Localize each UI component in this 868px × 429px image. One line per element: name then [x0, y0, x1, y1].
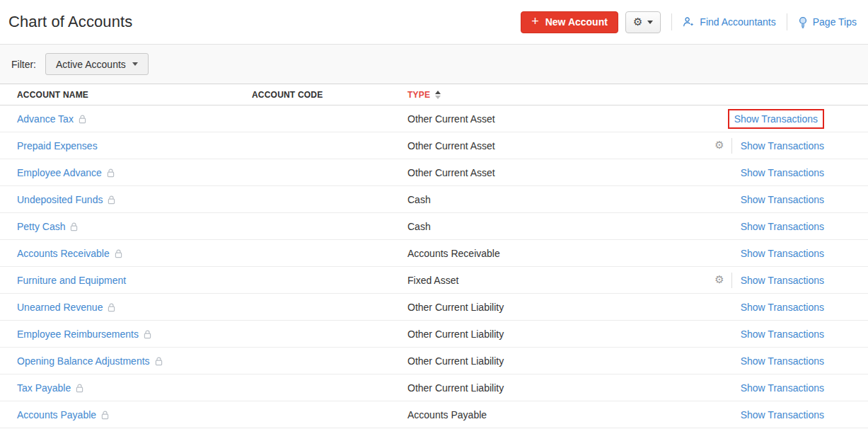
page-tips-label: Page Tips	[813, 16, 857, 28]
find-accountants-link[interactable]: Find Accountants	[683, 16, 775, 28]
row-gear-icon[interactable]: ⚙	[714, 140, 724, 151]
row-actions: Show Transactions	[649, 167, 868, 178]
column-header-account-code[interactable]: ACCOUNT CODE	[252, 90, 407, 100]
row-actions: Show Transactions	[649, 248, 868, 259]
account-name-cell: Furniture and Equipment	[17, 275, 252, 286]
table-row: Tax Payable Other Current Liability Show…	[0, 374, 868, 401]
account-name-cell: Prepaid Expenses	[17, 140, 252, 151]
account-name-link[interactable]: Employee Reimbursements	[17, 328, 139, 340]
account-type: Accounts Payable	[407, 409, 649, 421]
gear-icon: ⚙	[633, 17, 642, 28]
plus-icon: +	[531, 15, 539, 28]
account-name-link[interactable]: Opening Balance Adjustments	[17, 355, 150, 367]
show-transactions-link[interactable]: Show Transactions	[741, 382, 824, 394]
account-type: Other Current Liability	[407, 382, 649, 394]
page-title: Chart of Accounts	[8, 13, 132, 31]
account-name-cell: Unearned Revenue	[17, 302, 252, 313]
account-name-link[interactable]: Undeposited Funds	[17, 194, 103, 205]
account-name-link[interactable]: Furniture and Equipment	[17, 275, 126, 286]
sort-ascending-icon	[435, 91, 441, 99]
row-actions: Show Transactions	[649, 328, 868, 340]
filter-value: Active Accounts	[56, 59, 126, 70]
chevron-down-icon	[132, 62, 138, 66]
account-name-cell: Opening Balance Adjustments	[17, 355, 252, 367]
account-name-link[interactable]: Tax Payable	[17, 382, 71, 394]
table-row: Accounts Payable Accounts Payable Show T…	[0, 401, 868, 428]
person-star-icon	[683, 16, 695, 28]
account-name-cell: Tax Payable	[17, 382, 252, 394]
show-transactions-link[interactable]: Show Transactions	[741, 140, 824, 151]
new-account-button[interactable]: + New Account	[521, 11, 618, 33]
show-transactions-link[interactable]: Show Transactions	[741, 221, 824, 232]
account-name-link[interactable]: Petty Cash	[17, 221, 65, 232]
settings-dropdown-button[interactable]: ⚙	[625, 11, 661, 33]
row-actions: Show Transactions	[649, 221, 868, 232]
table-row: Unearned Revenue Other Current Liability…	[0, 294, 868, 321]
table-row: Advance Tax Other Current Asset Show Tra…	[0, 105, 868, 132]
show-transactions-link[interactable]: Show Transactions	[741, 409, 824, 421]
row-actions: Show Transactions	[649, 382, 868, 394]
show-transactions-link[interactable]: Show Transactions	[741, 355, 824, 367]
account-type: Other Current Liability	[407, 355, 649, 367]
account-type: Other Current Liability	[407, 328, 649, 340]
new-account-label: New Account	[545, 16, 608, 28]
row-actions: Show Transactions	[649, 194, 868, 205]
lock-icon	[115, 249, 122, 258]
filter-bar: Filter: Active Accounts	[0, 44, 868, 84]
table-row: Furniture and Equipment Fixed Asset ⚙ Sh…	[0, 267, 868, 294]
show-transactions-link[interactable]: Show Transactions	[741, 194, 824, 205]
account-name-cell: Accounts Payable	[17, 409, 252, 421]
account-name-link[interactable]: Accounts Receivable	[17, 248, 110, 259]
filter-label: Filter:	[11, 59, 36, 70]
table-row: Undeposited Funds Cash Show Transactions	[0, 186, 868, 213]
account-type: Accounts Receivable	[407, 248, 649, 259]
row-gear-icon[interactable]: ⚙	[714, 275, 724, 285]
show-transactions-link[interactable]: Show Transactions	[741, 248, 824, 259]
table-row: Employee Advance Other Current Asset Sho…	[0, 159, 868, 186]
account-type: Other Current Liability	[407, 302, 649, 313]
show-transactions-link[interactable]: Show Transactions	[741, 302, 824, 313]
account-name-cell: Employee Advance	[17, 167, 252, 178]
divider	[731, 138, 732, 154]
account-name-link[interactable]: Accounts Payable	[17, 409, 96, 421]
account-type: Other Current Asset	[407, 167, 649, 178]
lock-icon	[144, 330, 151, 339]
lock-icon	[76, 384, 83, 393]
account-name-cell: Petty Cash	[17, 221, 252, 232]
account-type: Cash	[407, 221, 649, 232]
show-transactions-link[interactable]: Show Transactions	[741, 275, 824, 286]
account-name-link[interactable]: Employee Advance	[17, 167, 102, 178]
row-actions: Show Transactions	[649, 409, 868, 421]
lock-icon	[107, 168, 115, 178]
show-transactions-link[interactable]: Show Transactions	[728, 109, 824, 129]
show-transactions-link[interactable]: Show Transactions	[741, 167, 824, 178]
toolbar: + New Account ⚙ Find Accountants	[521, 11, 857, 33]
row-actions: Show Transactions	[649, 109, 868, 129]
account-name-cell: Advance Tax	[17, 113, 252, 125]
account-name-cell: Undeposited Funds	[17, 194, 252, 205]
account-name-cell: Accounts Receivable	[17, 248, 252, 259]
account-name-link[interactable]: Advance Tax	[17, 113, 74, 125]
column-header-account-name[interactable]: ACCOUNT NAME	[17, 90, 252, 100]
table-header: ACCOUNT NAME ACCOUNT CODE TYPE	[0, 84, 868, 105]
account-type: Fixed Asset	[407, 275, 649, 286]
chevron-down-icon	[647, 21, 653, 24]
top-bar: Chart of Accounts + New Account ⚙ Find A…	[0, 0, 868, 44]
table-row: Accounts Receivable Accounts Receivable …	[0, 240, 868, 267]
table-row: Petty Cash Cash Show Transactions	[0, 213, 868, 240]
page-tips-link[interactable]: Page Tips	[798, 16, 857, 28]
row-actions: Show Transactions	[649, 302, 868, 313]
find-accountants-label: Find Accountants	[700, 16, 775, 28]
filter-dropdown[interactable]: Active Accounts	[45, 53, 149, 75]
show-transactions-link[interactable]: Show Transactions	[741, 328, 824, 340]
lock-icon	[101, 411, 109, 420]
column-header-type[interactable]: TYPE	[407, 90, 649, 100]
lock-icon	[79, 115, 86, 124]
account-name-link[interactable]: Prepaid Expenses	[17, 140, 98, 151]
lock-icon	[155, 357, 163, 366]
table-row: Opening Balance Adjustments Other Curren…	[0, 348, 868, 374]
account-name-link[interactable]: Unearned Revenue	[17, 302, 103, 313]
account-type: Other Current Asset	[407, 113, 649, 125]
table-row: Prepaid Expenses Other Current Asset ⚙ S…	[0, 132, 868, 159]
column-header-type-label: TYPE	[407, 90, 430, 100]
